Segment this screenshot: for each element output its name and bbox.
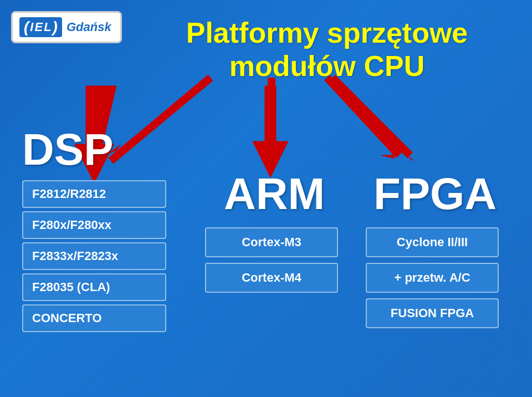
main-container: ( I E L ) Gdańsk Platformy sprzętowe mod… <box>0 0 532 397</box>
dsp-item-4: CONCERTO <box>22 304 166 332</box>
fpga-column: FPGA Cyclone II/III + przetw. A/C FUSION… <box>349 128 510 334</box>
logo-bracket-right: ) <box>53 19 58 35</box>
logo-bracket-left: ( <box>24 19 29 35</box>
fpga-item-1: + przetw. A/C <box>366 263 499 293</box>
logo-iel: ( I E L ) <box>19 17 62 37</box>
logo-e: E <box>34 21 43 33</box>
content-area: DSP F2812/R2812 F280x/F280xx F2833x/F282… <box>11 128 521 335</box>
arm-item-1: Cortex-M4 <box>205 263 338 293</box>
title-area: Platformy sprzętowe modułów CPU <box>133 11 521 83</box>
dsp-item-2: F2833x/F2823x <box>22 242 166 270</box>
dsp-item-1: F280x/F280xx <box>22 211 166 239</box>
fpga-item-2: FUSION FPGA <box>366 298 499 328</box>
logo-gdansk: Gdańsk <box>66 20 111 34</box>
arm-title: ARM <box>200 172 349 216</box>
dsp-item-0: F2812/R2812 <box>22 180 166 208</box>
fpga-item-0: Cyclone II/III <box>366 227 499 257</box>
dsp-title: DSP <box>22 128 188 172</box>
dsp-item-3: F28035 (CLA) <box>22 273 166 301</box>
fpga-title: FPGA <box>360 172 510 216</box>
arm-item-0: Cortex-M3 <box>205 227 338 257</box>
header: ( I E L ) Gdańsk Platformy sprzętowe mod… <box>11 11 521 83</box>
main-title: Platformy sprzętowe modułów CPU <box>133 17 521 83</box>
logo-l: L <box>44 21 51 33</box>
logo-area: ( I E L ) Gdańsk <box>11 11 133 43</box>
arm-column: ARM Cortex-M3 Cortex-M4 <box>188 128 349 298</box>
logo-box: ( I E L ) Gdańsk <box>11 11 122 43</box>
title-line1: Platformy sprzętowe <box>133 17 521 50</box>
title-line2: modułów CPU <box>133 50 521 83</box>
logo-i: I <box>30 21 33 33</box>
dsp-column: DSP F2812/R2812 F280x/F280xx F2833x/F282… <box>11 128 188 335</box>
